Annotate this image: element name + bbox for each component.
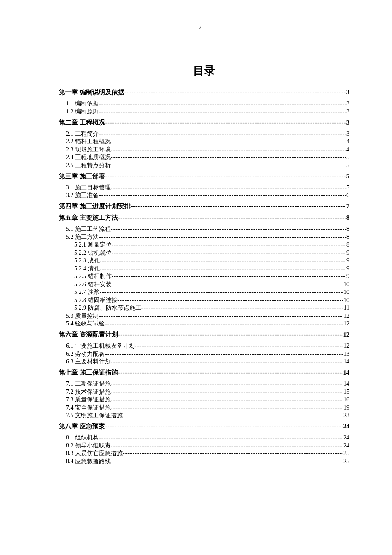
toc-entry-page: 4: [346, 139, 349, 145]
toc-entry-label: 2.3 现场施工环境: [66, 147, 111, 153]
toc-entry-page: 5: [346, 163, 349, 169]
toc-entry: 第八章 应急预案 24: [59, 423, 349, 430]
header-rule-left: [59, 30, 194, 30]
toc-entry: 8.2 领导小组职责 24: [59, 443, 349, 449]
toc-leader-dots: [123, 450, 343, 456]
toc-leader-dots: [99, 313, 343, 319]
toc-entry: 8.4 应急救援路线 25: [59, 459, 349, 465]
toc-entry: 5.2.8 锚固板连接 10: [59, 297, 349, 303]
toc-entry-label: 5.2.4 清孔: [74, 266, 100, 272]
toc-entry-label: 第六章 资源配置计划: [59, 331, 118, 338]
toc-leader-dots: [111, 389, 343, 395]
toc-entry-label: 7.5 文明施工保证措施: [66, 413, 123, 418]
toc-leader-dots: [99, 192, 346, 198]
toc-leader-dots: [111, 154, 346, 160]
toc-entry-page: 8: [346, 226, 349, 232]
toc-entry-label: 5.2.6 锚杆安装: [74, 282, 112, 288]
toc-entry-page: 10: [343, 289, 349, 295]
toc-entry: 2.3 现场施工环境 4: [59, 147, 349, 153]
toc-entry-page: 3: [346, 89, 349, 96]
toc-entry-label: 第一章 编制说明及依据: [59, 89, 124, 96]
toc-entry-page: 5: [346, 154, 349, 160]
toc-entry-page: 10: [343, 282, 349, 288]
toc-entry-label: 3.2 施工准备: [66, 192, 99, 198]
toc-entry: 第五章 主要施工方法 8: [59, 215, 349, 221]
toc-entry: 2.4 工程地质概况 5: [59, 154, 349, 160]
toc-entry: 7.1 工期保证措施 14: [59, 381, 349, 387]
toc-entry-label: 7.4 安全保证措施: [66, 405, 111, 411]
toc-entry-label: 7.2 技术保证措施: [66, 389, 111, 395]
page-title: 目录: [59, 63, 349, 78]
toc-entry-label: 5.2.3 成孔: [74, 258, 100, 264]
toc-entry: 第四章 施工进度计划安排 7: [59, 203, 349, 209]
toc-entry-page: 16: [343, 397, 349, 403]
toc-entry-page: 14: [343, 369, 350, 376]
toc-entry-page: 24: [343, 435, 349, 441]
toc-leader-dots: [105, 321, 343, 327]
toc-entry-page: 12: [343, 343, 349, 349]
toc-entry: 6.1 主要施工机械设备计划 12: [59, 343, 349, 349]
toc-entry-label: 第四章 施工进度计划安排: [59, 203, 131, 209]
document-body: 目录 第一章 编制说明及依据 31.1 编制依据 31.2 编制原则 3第二章 …: [59, 63, 349, 466]
toc-entry-label: 5.2.2 钻机就位: [74, 250, 112, 256]
toc-entry: 5.2.9 防腐、防水节点施工 11: [59, 305, 349, 311]
toc-entry-label: 5.2.1 测量定位: [74, 242, 112, 248]
toc-entry: 7.5 文明施工保证措施 23: [59, 413, 349, 418]
toc-leader-dots: [118, 215, 346, 221]
toc-entry-label: 8.3 人员伤亡应急措施: [66, 450, 123, 456]
toc-leader-dots: [100, 266, 347, 272]
toc-entry-page: 14: [343, 381, 349, 387]
toc-entry: 7.3 质量保证措施 16: [59, 397, 349, 403]
toc-entry-label: 第七章 施工保证措施: [59, 369, 118, 376]
toc-entry-page: 19: [343, 405, 349, 411]
toc-entry-page: 3: [346, 109, 349, 115]
toc-entry-label: 2.4 工程地质概况: [66, 154, 111, 160]
toc-entry-label: 1.2 编制原则: [66, 109, 99, 115]
toc-leader-dots: [99, 101, 346, 107]
toc-entry-label: 6.1 主要施工机械设备计划: [66, 343, 135, 349]
toc-leader-dots: [112, 242, 347, 248]
toc-entry-page: 13: [343, 351, 349, 357]
toc-leader-dots: [99, 131, 346, 137]
toc-entry-page: 25: [343, 450, 349, 456]
toc-entry-label: 5.2 施工方法: [66, 234, 99, 240]
toc-entry: 5.2.5 锚杆制作 9: [59, 273, 349, 279]
toc-entry-label: 5.2.9 防腐、防水节点施工: [74, 305, 141, 311]
toc-leader-dots: [111, 163, 346, 169]
toc-entry-page: 7: [346, 203, 349, 209]
toc-entry-label: 2.1 工程简介: [66, 131, 99, 137]
toc-leader-dots: [112, 250, 347, 256]
toc-entry-page: 9: [346, 258, 349, 264]
toc-entry: 5.4 验收与试验 12: [59, 321, 349, 327]
toc-entry: 2.5 工程特点分析 5: [59, 163, 349, 169]
toc-leader-dots: [111, 443, 343, 449]
toc-leader-dots: [112, 273, 347, 279]
toc-entry: 第七章 施工保证措施 14: [59, 369, 349, 376]
toc-entry-page: 15: [343, 389, 349, 395]
toc-entry: 1.2 编制原则 3: [59, 109, 349, 115]
toc-leader-dots: [111, 147, 346, 153]
toc-entry-label: 6.2 劳动力配备: [66, 351, 105, 357]
toc-entry-page: 8: [346, 215, 349, 221]
toc-leader-dots: [105, 424, 343, 430]
toc-leader-dots: [100, 289, 344, 295]
toc-entry: 第六章 资源配置计划 12: [59, 331, 349, 338]
header-mark: \\: [199, 25, 201, 30]
toc-entry: 第二章 工程概况 3: [59, 119, 349, 126]
toc-leader-dots: [105, 351, 343, 357]
toc-leader-dots: [100, 258, 347, 264]
toc-entry: 3.2 施工准备 6: [59, 192, 349, 198]
toc-entry-label: 3.1 施工目标管理: [66, 185, 111, 191]
toc-entry-label: 5.3 质量控制: [66, 313, 99, 319]
toc-leader-dots: [118, 370, 343, 376]
toc-leader-dots: [111, 185, 346, 191]
toc-entry-page: 23: [343, 413, 349, 418]
toc-entry-page: 8: [346, 242, 349, 248]
toc-leader-dots: [141, 305, 344, 311]
toc-entry: 6.2 劳动力配备 13: [59, 351, 349, 357]
toc-entry-page: 9: [346, 273, 349, 279]
toc-entry-page: 3: [346, 101, 349, 107]
toc-leader-dots: [99, 109, 346, 115]
toc-entry-page: 8: [346, 234, 349, 240]
toc-leader-dots: [131, 203, 346, 209]
